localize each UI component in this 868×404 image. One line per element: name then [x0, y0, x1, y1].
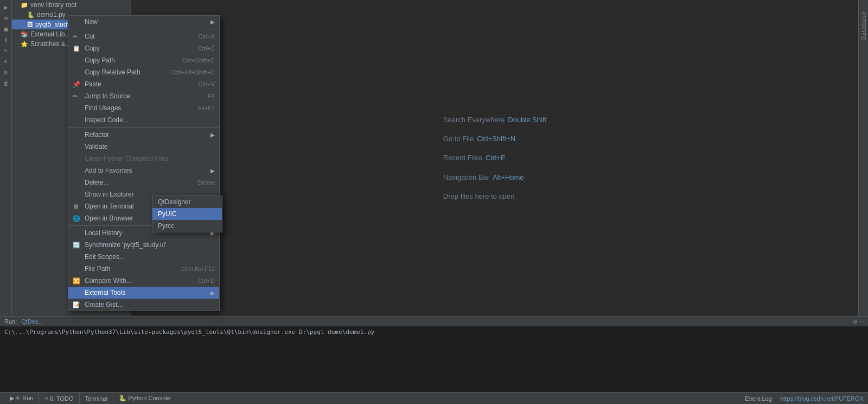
compare-shortcut: Ctrl+D — [198, 277, 215, 284]
left-icon-3[interactable]: ◼ — [1, 24, 11, 34]
left-icon-6[interactable]: ⚙ — [1, 67, 11, 77]
menu-item-delete[interactable]: Delete... Delete — [68, 176, 219, 188]
left-icon-5[interactable]: ≡ — [1, 56, 11, 66]
menu-label-find-usages: Find Usages — [85, 104, 193, 112]
scratches-icon: ⭐ — [21, 41, 28, 48]
menu-label-add-favorites: Add to Favorites — [85, 167, 208, 174]
right-sidebar[interactable]: Database — [858, 0, 868, 316]
menu-sep-1 — [68, 29, 219, 29]
tree-item-venv[interactable]: 📁 venv library root — [12, 0, 131, 10]
ide-container: ▶ ⊕ ◼ ⏸ ≡ ≡ ⚙ 🗑 📁 venv library root 🐍 de… — [0, 0, 868, 404]
external-tools-arrow-icon: ▶ — [210, 290, 215, 296]
submenu-external-tools: QtDesigner PyUIC Pyrcc — [152, 195, 222, 232]
menu-item-paste[interactable]: 📌 Paste Ctrl+V — [68, 78, 219, 90]
menu-item-clean-compiled: Clean Python Compiled Files — [68, 153, 219, 165]
pyrcc-label: Pyrcc — [158, 222, 174, 230]
hint-label-goto: Go to File — [443, 132, 474, 145]
menu-item-inspect-code[interactable]: Inspect Code... — [68, 114, 219, 126]
run-output: C:\...\Programs\Python\Python37\Lib\site… — [0, 326, 868, 392]
status-bar: ▶ 4: Run ≡ 6: TODO Terminal 🐍 Python Con… — [0, 392, 868, 404]
run-label: Run: — [4, 318, 17, 325]
hint-label-drop: Drop files here to open — [443, 190, 515, 203]
menu-label-copy-rel-path: Copy Relative Path — [85, 68, 168, 76]
menu-item-refactor[interactable]: Refactor ▶ — [68, 129, 219, 141]
menu-item-edit-scopes[interactable]: Edit Scopes... — [68, 251, 219, 263]
left-icon-7[interactable]: 🗑 — [1, 78, 11, 88]
tab-python-console[interactable]: 🐍 Python Console — [113, 393, 176, 405]
tab-terminal[interactable]: Terminal — [80, 393, 114, 405]
hint-recent-files: Recent Files Ctrl+E — [443, 152, 546, 164]
file-path-shortcut: Ctrl+Alt+F12 — [181, 266, 215, 272]
tab-todo-label: ≡ 6: TODO — [44, 395, 73, 402]
menu-item-add-favorites[interactable]: Add to Favorites ▶ — [68, 165, 219, 176]
copy-icon: 📋 — [73, 45, 80, 52]
demo1-icon: 🐍 — [27, 11, 35, 18]
editor-area: Search Everywhere Double Shift Go to Fil… — [131, 0, 858, 316]
menu-item-validate[interactable]: Validate — [68, 141, 219, 153]
menu-label-create-gist: Create Gist... — [85, 301, 215, 308]
venv-icon: 📁 — [21, 2, 28, 9]
menu-item-copy[interactable]: 📋 Copy Ctrl+C — [68, 42, 219, 54]
menu-label-edit-scopes: Edit Scopes... — [85, 253, 215, 261]
jump-source-shortcut: F4 — [208, 93, 215, 99]
left-icon-2[interactable]: ⊕ — [1, 13, 11, 23]
run-output-text: C:\...\Programs\Python\Python37\Lib\site… — [4, 329, 374, 336]
menu-item-compare-with[interactable]: 🔀 Compare With... Ctrl+D — [68, 275, 219, 287]
copy-path-shortcut: Ctrl+Shift+C — [182, 57, 215, 64]
compare-icon: 🔀 — [73, 277, 80, 285]
run-settings-btn[interactable]: ⚙ — [853, 319, 858, 325]
menu-item-jump-source[interactable]: ✏ Jump to Source F4 — [68, 90, 219, 102]
hint-label-recent: Recent Files — [443, 152, 482, 164]
menu-item-create-gist[interactable]: 📝 Create Gist... — [68, 299, 219, 311]
sync-icon: 🔄 — [73, 242, 80, 249]
hint-key-recent: Ctrl+E — [486, 152, 505, 164]
qtdesigner-label: QtDesigner — [158, 198, 191, 206]
menu-item-external-tools[interactable]: External Tools ▶ — [68, 287, 219, 299]
menu-label-external-tools: External Tools — [85, 289, 208, 296]
hint-label-search: Search Everywhere — [443, 113, 505, 126]
left-icon-pause[interactable]: ⏸ — [1, 35, 11, 45]
hint-label-nav: Navigation Bar — [443, 171, 489, 184]
tab-run[interactable]: ▶ 4: Run — [4, 393, 39, 405]
terminal-icon: 🖥 — [73, 203, 79, 210]
status-right: Event Log https://blog.csdn.net/FUTEROX — [745, 395, 864, 402]
menu-item-new[interactable]: New ▶ — [68, 16, 219, 28]
submenu-item-qtdesigner[interactable]: QtDesigner — [152, 196, 222, 208]
menu-item-copy-rel-path[interactable]: Copy Relative Path Ctrl+Alt+Shift+C — [68, 66, 219, 78]
copy-shortcut: Ctrl+C — [198, 45, 215, 52]
menu-label-synchronize: Synchronize 'pyqt5_study.ui' — [85, 241, 215, 249]
menu-label-copy-path: Copy Path — [85, 56, 178, 64]
paste-shortcut: Ctrl+V — [198, 81, 215, 87]
tab-run-label: ▶ 4: Run — [10, 395, 33, 402]
menu-label-inspect-code: Inspect Code... — [85, 116, 215, 124]
menu-label-jump-source: Jump to Source — [85, 92, 203, 100]
submenu-item-pyrcc[interactable]: Pyrcc — [152, 220, 222, 232]
left-icon-1[interactable]: ▶ — [1, 2, 11, 12]
pyqt5-icon: 🖼 — [27, 21, 33, 28]
menu-label-validate: Validate — [85, 143, 215, 150]
event-log-label[interactable]: Event Log — [745, 395, 772, 402]
database-label: Database — [860, 11, 867, 41]
menu-item-synchronize[interactable]: 🔄 Synchronize 'pyqt5_study.ui' — [68, 239, 219, 251]
left-icon-4[interactable]: ≡ — [1, 46, 11, 55]
menu-label-compare-with: Compare With... — [85, 277, 194, 285]
add-favorites-arrow-icon: ▶ — [210, 168, 215, 174]
left-icon-strip: ▶ ⊕ ◼ ⏸ ≡ ≡ ⚙ 🗑 — [0, 0, 12, 316]
menu-item-copy-path[interactable]: Copy Path Ctrl+Shift+C — [68, 54, 219, 66]
menu-item-cut[interactable]: ✂ Cut Ctrl+X — [68, 30, 219, 42]
run-minimize-btn[interactable]: ─ — [860, 319, 864, 325]
hint-nav-bar: Navigation Bar Alt+Home — [443, 171, 546, 184]
blog-link[interactable]: https://blog.csdn.net/FUTEROX — [780, 395, 864, 402]
submenu-item-pyuic[interactable]: PyUIC — [152, 208, 222, 220]
menu-label-file-path: File Path — [85, 265, 177, 273]
menu-item-file-path[interactable]: File Path Ctrl+Alt+F12 — [68, 263, 219, 275]
bottom-panel: Run: QtDes... ⚙ ─ C:\...\Programs\Python… — [0, 316, 868, 392]
menu-sep-2 — [68, 127, 219, 128]
hint-key-goto: Ctrl+Shift+N — [477, 132, 515, 145]
tab-todo[interactable]: ≡ 6: TODO — [39, 393, 79, 405]
hint-search-everywhere: Search Everywhere Double Shift — [443, 113, 546, 126]
menu-item-find-usages[interactable]: Find Usages Alt+F7 — [68, 102, 219, 114]
menu-label-clean-compiled: Clean Python Compiled Files — [85, 155, 215, 162]
hint-key-search: Double Shift — [508, 113, 546, 126]
find-usages-shortcut: Alt+F7 — [197, 105, 215, 111]
